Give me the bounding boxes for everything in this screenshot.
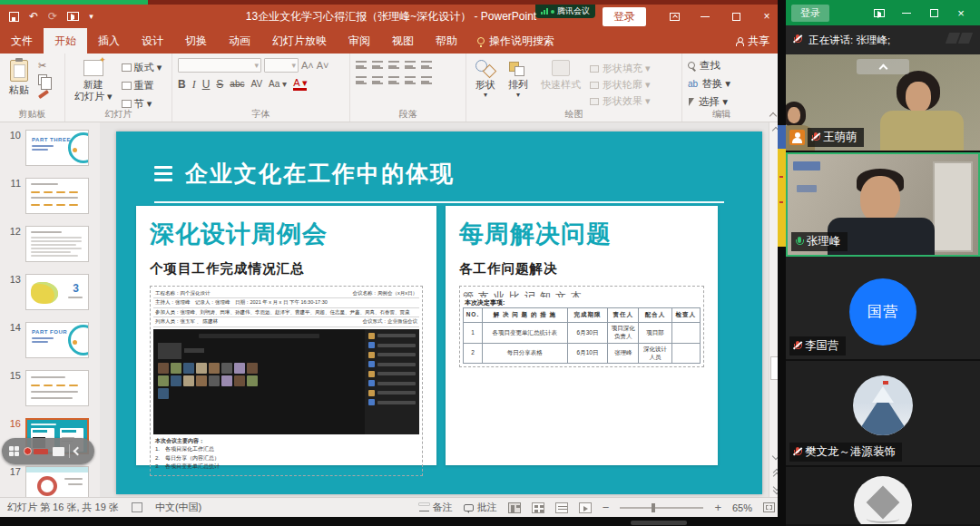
tell-me-search[interactable]: 操作说明搜索: [468, 28, 564, 54]
avatar-tile-partial[interactable]: [786, 467, 980, 524]
tab-design[interactable]: 设计: [131, 28, 174, 54]
shape-fill-button[interactable]: 形状填充 ▾: [590, 62, 651, 75]
change-case-icon[interactable]: Aa ▾: [269, 80, 287, 89]
cut-icon[interactable]: ✂: [38, 61, 49, 71]
thumbnail-slide-13[interactable]: 13 3: [0, 274, 100, 310]
collapse-ribbon-icon[interactable]: [769, 111, 777, 118]
notes-toggle[interactable]: 备注: [419, 501, 453, 514]
meeting-restore-button[interactable]: [920, 0, 947, 25]
save-icon[interactable]: [9, 12, 19, 22]
zoom-in-button[interactable]: +: [714, 502, 721, 513]
line-spacing-icon[interactable]: [421, 61, 432, 69]
zoom-slider-thumb[interactable]: [652, 503, 655, 512]
language-indicator[interactable]: 中文(中国): [155, 501, 201, 514]
meeting-mini-widget[interactable]: 腾讯会议: [535, 5, 595, 18]
share-button[interactable]: 共享: [723, 28, 782, 54]
layout-grid-icon[interactable]: [9, 446, 19, 456]
char-spacing-icon[interactable]: AV: [250, 80, 262, 89]
collapse-left-icon[interactable]: [74, 447, 83, 456]
italic-button[interactable]: I: [192, 79, 196, 90]
arrange-button[interactable]: 排列▾: [505, 58, 532, 109]
thumbnail-slide-17[interactable]: 17: [0, 466, 100, 497]
slide-sorter-view-button[interactable]: [532, 502, 544, 513]
tab-file[interactable]: 文件: [0, 28, 44, 54]
meeting-close-button[interactable]: ×: [947, 0, 975, 25]
avatar-tile-fanwenlong[interactable]: 樊文龙～港源装饰: [786, 361, 980, 467]
align-center-icon[interactable]: [372, 76, 383, 84]
tab-review[interactable]: 审阅: [338, 28, 381, 54]
grow-font-icon[interactable]: A˄: [301, 61, 314, 71]
ribbon-display-options-button[interactable]: [659, 5, 690, 28]
cast-button[interactable]: [866, 0, 893, 25]
slide-10-thumb[interactable]: PART THREE: [25, 130, 89, 166]
bullets-icon[interactable]: [356, 61, 367, 69]
fit-slide-button[interactable]: [763, 502, 775, 512]
increase-indent-icon[interactable]: [405, 61, 416, 69]
redo-icon[interactable]: ⟳: [48, 11, 57, 22]
tab-slideshow[interactable]: 幻灯片放映: [261, 28, 338, 54]
thumbnail-slide-10[interactable]: 10 PART THREE: [0, 130, 100, 166]
meeting-login-button[interactable]: 登录: [791, 5, 829, 22]
right-card[interactable]: 每周解决问题 各工作问题解决 管支业比记知文本 本次决定事项: NO. 解 决 …: [446, 206, 718, 465]
format-painter-icon[interactable]: [38, 90, 49, 99]
align-right-icon[interactable]: [388, 76, 399, 84]
normal-view-button[interactable]: [508, 502, 521, 513]
thumbnail-slide-14[interactable]: 14 PART FOUR: [0, 322, 100, 358]
shrink-font-icon[interactable]: A˅: [317, 61, 329, 71]
comments-toggle[interactable]: 批注: [464, 501, 497, 514]
shapes-button[interactable]: 形状▾: [472, 58, 499, 109]
underline-button[interactable]: U: [202, 79, 211, 90]
bold-button[interactable]: B: [178, 79, 186, 90]
decrease-indent-icon[interactable]: [388, 61, 399, 69]
video-tile-wangmengmeng[interactable]: 王萌萌: [786, 54, 980, 152]
columns-icon[interactable]: [421, 76, 432, 84]
font-size-select[interactable]: ▾: [264, 58, 299, 73]
ppt-login-button[interactable]: 登录: [603, 7, 646, 26]
collapse-videos-button[interactable]: [857, 59, 909, 74]
justify-icon[interactable]: [405, 76, 416, 84]
new-slide-button[interactable]: 新建 幻灯片 ▾: [71, 58, 116, 109]
left-card[interactable]: 深化设计周例会 个项目工作完成情况汇总 工程名称：四个深化设计会议名称：周例会（…: [136, 206, 436, 465]
tab-help[interactable]: 帮助: [425, 28, 468, 54]
qat-dropdown-icon[interactable]: ▾: [89, 13, 93, 21]
start-slideshow-icon[interactable]: [67, 12, 79, 21]
zoom-slider[interactable]: [620, 507, 703, 509]
accessibility-icon[interactable]: [132, 502, 142, 512]
strikethrough-button[interactable]: S: [216, 79, 223, 90]
shape-outline-button[interactable]: 形状轮廓 ▾: [590, 78, 651, 92]
font-color-button[interactable]: A ▾: [293, 78, 307, 91]
reading-view-button[interactable]: [555, 502, 568, 513]
paste-button[interactable]: 粘贴: [5, 58, 33, 109]
meeting-minimize-button[interactable]: [893, 0, 920, 25]
thumbnail-slide-12[interactable]: 12: [0, 226, 100, 262]
tab-view[interactable]: 视图: [381, 28, 425, 54]
zoom-level[interactable]: 65%: [732, 502, 752, 513]
clear-strike-icon[interactable]: abc: [230, 80, 244, 89]
maximize-button[interactable]: [720, 5, 751, 28]
tab-insert[interactable]: 插入: [87, 28, 131, 54]
video-tile-zhanglifeng-speaking[interactable]: 张理峰: [786, 152, 980, 257]
current-slide[interactable]: 企业文化在工作中的体现 深化设计周例会 个项目工作完成情况汇总 工程名称：四个深…: [116, 132, 762, 494]
slideshow-view-button[interactable]: [579, 502, 592, 513]
minimize-button[interactable]: [690, 5, 720, 28]
select-button[interactable]: 选择 ▾: [688, 95, 755, 109]
replace-button[interactable]: ab替换 ▾: [688, 77, 755, 91]
align-left-icon[interactable]: [356, 76, 367, 84]
panel-icon[interactable]: [53, 447, 64, 456]
thumbnail-slide-15[interactable]: 15: [0, 370, 100, 406]
zoom-out-button[interactable]: −: [603, 502, 610, 513]
meeting-floating-toolbar[interactable]: [2, 438, 94, 464]
font-name-select[interactable]: ▾: [178, 58, 261, 73]
tab-home[interactable]: 开始: [44, 28, 87, 54]
shape-effects-button[interactable]: 形状效果 ▾: [590, 94, 651, 108]
copy-icon[interactable]: [38, 74, 47, 85]
tab-animations[interactable]: 动画: [218, 28, 261, 54]
undo-icon[interactable]: ↶: [29, 11, 38, 22]
quick-styles-button[interactable]: 快速样式: [537, 58, 584, 109]
thumbnail-slide-11[interactable]: 11: [0, 178, 100, 214]
avatar-tile-liguoying[interactable]: 国营 李国营: [786, 257, 980, 361]
find-button[interactable]: 查找: [688, 59, 755, 73]
numbering-icon[interactable]: [372, 61, 383, 69]
reset-button[interactable]: 重置: [122, 79, 162, 93]
layout-button[interactable]: 版式 ▾: [122, 61, 162, 74]
